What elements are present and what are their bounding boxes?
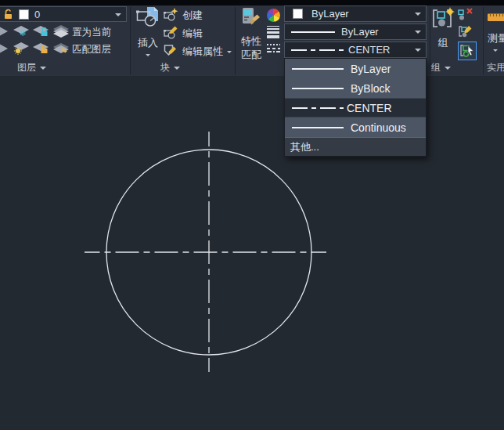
title-strip [0,0,504,5]
layer-color-swatch [19,9,29,20]
lineweight-combo-chevron-down-icon[interactable] [415,31,421,34]
group-edit-button[interactable] [458,24,473,42]
linetype-dropdown-list: ByLayer ByBlock CENTER Continuous 其他... [284,58,427,157]
match-layer-button[interactable]: 匹配图层 [72,43,111,56]
block-panel-label[interactable]: 块 [160,61,180,74]
edit-block-button[interactable]: 编辑 [164,27,203,41]
panel-separator [130,7,131,74]
layer-partial-icon [0,42,9,55]
color-combo-chevron-down-icon[interactable] [415,13,421,16]
group-edit-icon [458,24,473,38]
ribbon: 0 ❄ 置为当前 [0,5,504,76]
group-select-button[interactable] [458,42,477,60]
create-block-icon [164,8,178,24]
group-select-icon [459,42,475,59]
insert-button-label: 插入 [138,36,158,50]
linetype-sample-solid [292,127,344,128]
edit-attributes-chevron-down-icon [227,51,232,53]
group-icon [430,7,455,32]
layer-freeze-button[interactable]: ❄ [13,24,31,38]
panel-expand-icon [174,67,180,70]
linetype-combo-value: CENTER [348,44,390,56]
linetype-list-icon[interactable] [267,44,280,55]
drawing-svg [0,76,504,430]
create-block-button[interactable]: 创建 [164,9,203,23]
linetype-sample-solid [292,68,344,70]
color-combo[interactable]: ByLayer [284,5,427,22]
color-combo-value: ByLayer [311,8,349,20]
edit-block-icon [164,26,178,42]
layer-panel-label[interactable]: 图层 [17,61,46,74]
ungroup-icon [458,7,473,21]
snowflake-icon: ❄ [19,28,26,38]
panel-expand-icon [445,67,451,70]
layer-partial-icon [0,24,9,38]
insert-chevron-down-icon [146,54,150,56]
linetype-sample [291,49,344,51]
color-swatch [293,9,303,19]
linetype-other-option[interactable]: 其他... [285,137,426,156]
insert-button[interactable]: 插入 [133,7,163,60]
measure-button-label[interactable]: 测量 [488,31,504,45]
insert-block-icon [136,7,160,31]
linetype-option-continuous[interactable]: Continuous [285,117,426,137]
edit-attributes-icon [164,44,178,60]
panel-separator [235,7,236,74]
drawing-canvas[interactable] [0,76,504,430]
ruler-icon [488,13,504,22]
lineweight-combo[interactable]: ByLayer [284,23,427,40]
layer-combo-value: 0 [34,9,40,20]
measure-chevron-down-icon [493,49,498,52]
group-button[interactable]: 组 [430,7,456,52]
linetype-sample-center [292,107,344,109]
utilities-panel-label[interactable]: 实用 [487,61,504,74]
linetype-option-bylayer[interactable]: ByLayer [285,59,426,78]
set-current-icon[interactable] [52,24,71,38]
measure-button[interactable] [488,11,504,25]
group-panel-label[interactable]: 组 [431,61,451,74]
x-icon [467,9,472,13]
autocad-window: 0 ❄ 置为当前 [0,0,504,430]
layer-combo[interactable]: 0 [0,6,127,22]
layer-lock-button[interactable] [33,24,52,38]
group-button-label: 组 [438,36,448,50]
linetype-sample-solid [292,88,344,89]
color-wheel-icon[interactable] [267,9,280,22]
linetype-combo-chevron-down-icon[interactable] [415,49,421,52]
linetype-option-center[interactable]: CENTER [285,98,426,117]
lineweight-combo-value: ByLayer [341,26,379,38]
ungroup-button[interactable] [458,7,473,24]
edit-attributes-button[interactable]: 编辑属性 [164,45,232,59]
linetype-option-byblock[interactable]: ByBlock [285,78,426,98]
set-current-button[interactable]: 置为当前 [72,26,111,39]
layer-unlock-button[interactable] [33,42,52,55]
layer-isolate-button[interactable] [13,42,31,55]
linetype-combo[interactable]: CENTER [284,42,427,58]
lineweight-icon[interactable] [267,26,279,40]
layer-combo-chevron-down-icon[interactable] [115,13,121,16]
sun-icon [16,49,20,53]
match-properties-button[interactable]: 特性 匹配 [237,7,265,70]
panel-separator [483,7,484,74]
panel-expand-icon [40,67,46,70]
match-properties-icon [241,7,262,31]
lineweight-sample [291,31,335,33]
match-layer-icon[interactable] [52,42,71,55]
layer-unlock-icon [4,9,14,20]
